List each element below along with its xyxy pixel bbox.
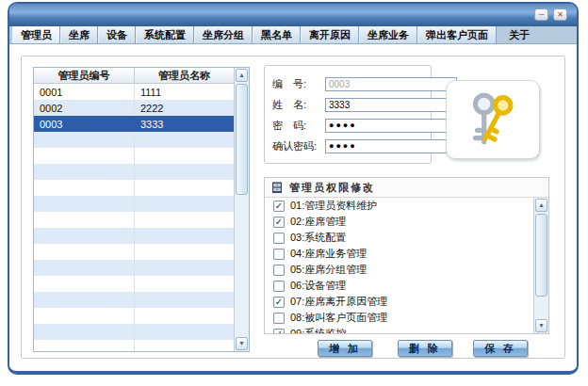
- tab-bar: 管理员坐席设备系统配置坐席分组黑名单离开原因坐席业务弹出客户页面 关于: [9, 26, 577, 44]
- table-row[interactable]: [34, 196, 249, 212]
- tab-坐席分组[interactable]: 坐席分组: [194, 26, 253, 43]
- permission-item[interactable]: 05:座席分组管理: [265, 262, 548, 278]
- tab-弹出客户页面[interactable]: 弹出客户页面: [417, 26, 497, 43]
- permission-item-label: 05:座席分组管理: [290, 263, 367, 277]
- tab-系统配置[interactable]: 系统配置: [136, 26, 194, 43]
- table-row[interactable]: [34, 260, 249, 276]
- permission-item[interactable]: ✓07:座席离开原因管理: [265, 294, 548, 310]
- table-row[interactable]: [34, 244, 249, 260]
- cell-admin-name: [135, 340, 235, 352]
- keys-icon: [462, 88, 524, 151]
- table-row[interactable]: 00022222: [34, 100, 249, 116]
- add-button[interactable]: 增 加: [318, 340, 372, 357]
- checkbox-unchecked-icon[interactable]: [273, 249, 285, 260]
- permission-item[interactable]: 08:被叫客户页面管理: [265, 310, 548, 326]
- column-header-admin-name: 管理员名称: [135, 68, 235, 83]
- permission-item[interactable]: ✓02:座席管理: [265, 214, 548, 230]
- cell-admin-name: [135, 244, 235, 260]
- checkbox-checked-icon[interactable]: ✓: [273, 297, 285, 308]
- table-row[interactable]: [34, 212, 249, 228]
- scroll-up-icon[interactable]: ▲: [535, 199, 547, 212]
- admin-table-body: 000111110002222200033333: [34, 84, 249, 352]
- cell-admin-name: [135, 196, 235, 212]
- permission-item[interactable]: ✓09:系统监控: [265, 326, 548, 333]
- cell-admin-name: [135, 260, 235, 276]
- cell-admin-name: [135, 132, 235, 148]
- checkbox-unchecked-icon[interactable]: [273, 265, 285, 276]
- table-row[interactable]: [34, 164, 249, 180]
- delete-button[interactable]: 删 除: [398, 340, 452, 357]
- cell-admin-name: [135, 228, 235, 244]
- cell-admin-name: [135, 292, 235, 308]
- column-header-admin-code: 管理员编号: [34, 68, 135, 83]
- tab-bar-tabs: 管理员坐席设备系统配置坐席分组黑名单离开原因坐席业务弹出客户页面: [12, 26, 497, 43]
- save-button[interactable]: 保 存: [473, 340, 528, 357]
- checkbox-unchecked-icon[interactable]: [273, 233, 285, 244]
- permission-item-label: 02:座席管理: [290, 215, 346, 229]
- table-row[interactable]: [34, 308, 249, 324]
- checkbox-checked-icon[interactable]: ✓: [273, 217, 285, 228]
- cell-admin-code: [34, 196, 135, 212]
- checkbox-unchecked-icon[interactable]: [273, 281, 285, 292]
- tab-坐席[interactable]: 坐席: [60, 26, 98, 43]
- table-row[interactable]: [34, 340, 249, 352]
- scroll-up-icon[interactable]: ▲: [236, 69, 248, 82]
- checkbox-checked-icon[interactable]: ✓: [273, 329, 285, 334]
- scroll-down-icon[interactable]: ▼: [535, 319, 547, 332]
- admin-table-scrollbar[interactable]: ▲ ▼: [234, 68, 249, 351]
- scrollbar-thumb[interactable]: [535, 214, 547, 297]
- table-row[interactable]: [34, 276, 249, 292]
- permissions-scrollbar[interactable]: ▲ ▼: [533, 198, 548, 333]
- scroll-down-icon[interactable]: ▼: [236, 337, 248, 350]
- table-row[interactable]: [34, 180, 249, 196]
- cell-admin-name: [135, 148, 235, 164]
- cell-admin-code: 0001: [34, 84, 135, 100]
- permission-item[interactable]: 04:座席业务管理: [265, 246, 548, 262]
- cell-admin-code: [34, 148, 135, 164]
- app-window: ─ ✕ 管理员坐席设备系统配置坐席分组黑名单离开原因坐席业务弹出客户页面 关于 …: [8, 2, 579, 375]
- code-field: [325, 77, 457, 91]
- name-field[interactable]: [325, 98, 457, 112]
- cell-admin-name: 3333: [135, 116, 235, 132]
- table-row[interactable]: [34, 324, 249, 340]
- minimize-button[interactable]: ─: [534, 8, 548, 21]
- table-row[interactable]: [34, 148, 249, 164]
- keys-illustration-box: [446, 80, 540, 159]
- tab-离开原因[interactable]: 离开原因: [301, 26, 359, 43]
- cell-admin-name: [135, 212, 235, 228]
- table-row[interactable]: 00011111: [34, 84, 249, 100]
- tab-黑名单[interactable]: 黑名单: [253, 26, 301, 43]
- password-field-label: 密 码:: [272, 119, 325, 133]
- cell-admin-code: [34, 340, 135, 352]
- tab-设备[interactable]: 设备: [98, 26, 136, 43]
- permission-item-label: 07:座席离开原因管理: [290, 295, 387, 309]
- cell-admin-code: [34, 260, 135, 276]
- close-button[interactable]: ✕: [553, 8, 567, 21]
- permission-item[interactable]: ✓01:管理员资料维护: [265, 198, 548, 214]
- tab-管理员[interactable]: 管理员: [12, 26, 60, 43]
- tab-坐席业务[interactable]: 坐席业务: [359, 26, 417, 43]
- checkbox-unchecked-icon[interactable]: [273, 313, 285, 324]
- cell-admin-code: [34, 164, 135, 180]
- password-field[interactable]: [325, 119, 447, 133]
- checkbox-checked-icon[interactable]: ✓: [273, 201, 285, 212]
- main-content: 管理员编号 管理员名称 000111110002222200033333 ▲ ▼…: [9, 44, 577, 371]
- code-field-label: 编 号:: [272, 77, 325, 91]
- permission-item[interactable]: 03:系统配置: [265, 230, 548, 246]
- table-row[interactable]: [34, 228, 249, 244]
- table-row[interactable]: [34, 132, 249, 148]
- permissions-header: 管理员权限修改: [265, 178, 548, 198]
- menu-about[interactable]: 关于: [509, 26, 530, 43]
- scrollbar-thumb[interactable]: [236, 84, 248, 195]
- confirm-password-field-label: 确认密码:: [272, 139, 325, 153]
- permission-item[interactable]: 06:设备管理: [265, 278, 548, 294]
- table-row[interactable]: 00033333: [34, 116, 249, 132]
- cell-admin-code: [34, 244, 135, 260]
- confirm-password-field[interactable]: [325, 139, 447, 153]
- table-row[interactable]: [34, 292, 249, 308]
- permissions-list: ✓01:管理员资料维护✓02:座席管理03:系统配置04:座席业务管理05:座席…: [265, 198, 548, 333]
- admin-table: 管理员编号 管理员名称 000111110002222200033333 ▲ ▼: [33, 67, 250, 352]
- admin-table-header: 管理员编号 管理员名称: [34, 68, 249, 84]
- permission-item-label: 01:管理员资料维护: [290, 199, 377, 213]
- cell-admin-code: [34, 308, 135, 324]
